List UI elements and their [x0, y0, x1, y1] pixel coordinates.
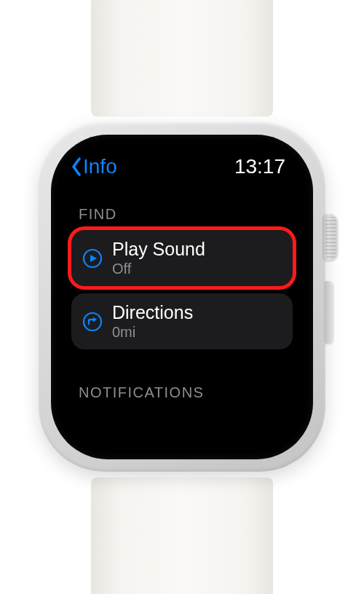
play-sound-row[interactable]: Play Sound Off	[71, 230, 293, 286]
content-area: FIND Play Sound Off	[63, 183, 301, 408]
play-sound-title: Play Sound	[112, 239, 205, 260]
play-circle-icon	[82, 248, 103, 269]
section-header-find: FIND	[71, 200, 293, 230]
screen-bezel: Info 13:17 FIND Play Sound Off	[51, 135, 313, 459]
status-bar: Info 13:17	[63, 146, 301, 183]
play-sound-text: Play Sound Off	[112, 239, 205, 277]
digital-crown[interactable]	[323, 214, 337, 261]
side-button[interactable]	[324, 281, 333, 344]
play-sound-sub: Off	[112, 261, 205, 277]
svg-point-2	[84, 313, 101, 330]
back-label: Info	[83, 155, 117, 178]
directions-text: Directions 0mi	[112, 302, 193, 341]
section-header-notifications: NOTIFICATIONS	[71, 379, 293, 408]
directions-row[interactable]: Directions 0mi	[71, 293, 293, 349]
watch-band-top	[91, 0, 273, 116]
svg-marker-3	[93, 317, 97, 322]
svg-marker-1	[90, 255, 97, 262]
watch-band-bottom	[91, 478, 273, 594]
back-button[interactable]: Info	[71, 155, 117, 178]
clock-time: 13:17	[234, 155, 285, 178]
screen: Info 13:17 FIND Play Sound Off	[63, 146, 301, 448]
chevron-back-icon	[71, 157, 82, 176]
directions-circle-icon	[82, 311, 103, 333]
directions-sub: 0mi	[112, 324, 193, 341]
watch-case: Info 13:17 FIND Play Sound Off	[39, 122, 325, 472]
directions-title: Directions	[112, 302, 193, 323]
